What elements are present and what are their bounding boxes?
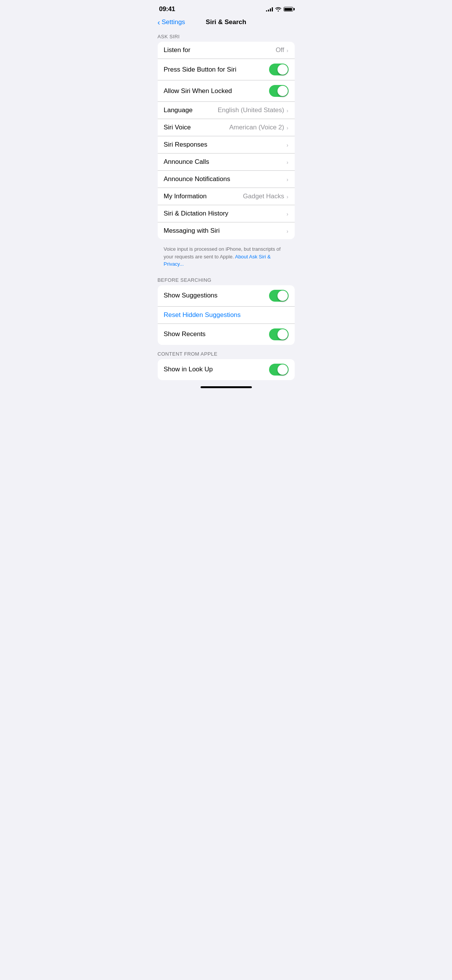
section-label-content-from-apple: CONTENT FROM APPLE	[152, 348, 301, 359]
my-information-value: Gadget Hacks	[243, 193, 284, 200]
siri-dictation-history-row[interactable]: Siri & Dictation History ›	[158, 205, 295, 222]
siri-voice-row[interactable]: Siri Voice American (Voice 2) ›	[158, 119, 295, 136]
show-in-look-up-toggle[interactable]	[269, 364, 289, 376]
siri-responses-label: Siri Responses	[164, 141, 287, 149]
home-indicator	[201, 386, 252, 388]
announce-calls-row[interactable]: Announce Calls ›	[158, 154, 295, 171]
status-bar: 09:41	[152, 0, 301, 15]
announce-notifications-row[interactable]: Announce Notifications ›	[158, 171, 295, 188]
back-chevron-icon: ‹	[158, 18, 160, 26]
my-information-row[interactable]: My Information Gadget Hacks ›	[158, 188, 295, 205]
language-label: Language	[164, 106, 218, 114]
allow-when-locked-toggle[interactable]	[269, 85, 289, 97]
chevron-icon: ›	[287, 159, 289, 165]
show-recents-label: Show Recents	[164, 330, 269, 338]
language-value: English (United States)	[218, 106, 284, 114]
press-side-button-toggle[interactable]	[269, 64, 289, 75]
listen-for-label: Listen for	[164, 46, 276, 54]
section-label-before-searching: BEFORE SEARCHING	[152, 274, 301, 285]
ask-siri-footer: Voice input is processed on iPhone, but …	[152, 242, 301, 274]
chevron-icon: ›	[287, 107, 289, 114]
show-suggestions-toggle[interactable]	[269, 290, 289, 302]
listen-for-row[interactable]: Listen for Off ›	[158, 42, 295, 59]
show-recents-toggle[interactable]	[269, 328, 289, 340]
show-suggestions-label: Show Suggestions	[164, 292, 269, 299]
status-time: 09:41	[159, 5, 175, 13]
show-suggestions-row[interactable]: Show Suggestions	[158, 285, 295, 307]
show-in-look-up-row[interactable]: Show in Look Up	[158, 359, 295, 380]
nav-bar: ‹ Settings Siri & Search	[152, 15, 301, 31]
reset-hidden-suggestions-row[interactable]: Reset Hidden Suggestions	[158, 307, 295, 324]
wifi-icon	[275, 7, 281, 11]
messaging-with-siri-label: Messaging with Siri	[164, 227, 287, 235]
ask-siri-group: Listen for Off › Press Side Button for S…	[158, 42, 295, 239]
listen-for-value: Off	[276, 46, 284, 54]
show-in-look-up-label: Show in Look Up	[164, 366, 269, 373]
page-title: Siri & Search	[206, 18, 246, 26]
chevron-icon: ›	[287, 142, 289, 148]
before-searching-group: Show Suggestions Reset Hidden Suggestion…	[158, 285, 295, 345]
chevron-icon: ›	[287, 124, 289, 131]
announce-notifications-label: Announce Notifications	[164, 175, 287, 183]
siri-dictation-history-label: Siri & Dictation History	[164, 210, 287, 217]
my-information-label: My Information	[164, 193, 243, 200]
status-icons	[266, 7, 293, 11]
chevron-icon: ›	[287, 228, 289, 234]
signal-icon	[266, 7, 273, 11]
announce-calls-label: Announce Calls	[164, 158, 287, 166]
language-row[interactable]: Language English (United States) ›	[158, 102, 295, 119]
content-from-apple-group: Show in Look Up	[158, 359, 295, 380]
allow-when-locked-label: Allow Siri When Locked	[164, 87, 269, 95]
messaging-with-siri-row[interactable]: Messaging with Siri ›	[158, 222, 295, 239]
show-recents-row[interactable]: Show Recents	[158, 324, 295, 345]
chevron-icon: ›	[287, 211, 289, 217]
back-label: Settings	[162, 18, 185, 26]
allow-when-locked-row[interactable]: Allow Siri When Locked	[158, 80, 295, 102]
siri-voice-label: Siri Voice	[164, 124, 229, 131]
siri-voice-value: American (Voice 2)	[229, 124, 284, 131]
chevron-icon: ›	[287, 47, 289, 54]
battery-icon	[284, 7, 293, 11]
siri-responses-row[interactable]: Siri Responses ›	[158, 136, 295, 154]
chevron-icon: ›	[287, 193, 289, 200]
press-side-button-label: Press Side Button for Siri	[164, 66, 269, 74]
press-side-button-row[interactable]: Press Side Button for Siri	[158, 59, 295, 80]
reset-hidden-suggestions-label: Reset Hidden Suggestions	[164, 311, 289, 319]
section-label-ask-siri: ASK SIRI	[152, 31, 301, 42]
chevron-icon: ›	[287, 176, 289, 183]
back-button[interactable]: ‹ Settings	[158, 18, 185, 26]
